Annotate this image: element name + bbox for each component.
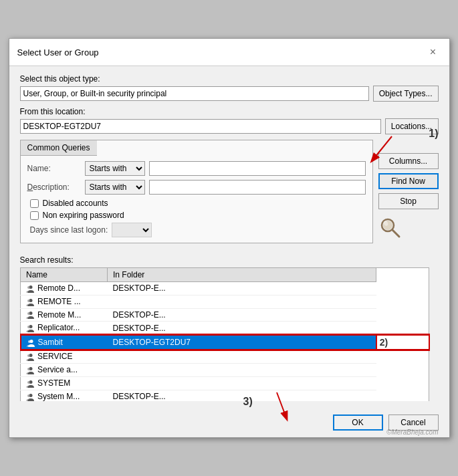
user-group-icon [26,379,35,388]
cell-name: Remote D... [21,282,108,295]
cell-folder [108,350,376,363]
days-since-dropdown[interactable] [112,223,152,237]
cell-name: Service a... [21,364,108,377]
user-group-icon [26,310,35,320]
name-query-input[interactable] [149,161,366,176]
cell-name: Replicator... [21,322,108,335]
svg-point-22 [27,394,30,397]
disabled-accounts-checkbox[interactable] [30,199,39,208]
non-expiring-row: Non expiring password [30,211,366,220]
table-row[interactable]: Remote D...DESKTOP-E... [21,282,429,295]
results-table: Name In Folder Remote D...DESKTOP-E... R… [20,267,429,401]
cell-name-text: Remote D... [37,283,80,293]
from-location-input[interactable] [20,119,381,134]
svg-line-3 [392,230,399,237]
description-query-row: Description: Starts with [27,180,366,195]
col-name-header[interactable]: Name [21,268,108,282]
svg-point-12 [27,326,30,328]
cell-name-text: SYSTEM [37,378,70,388]
col-folder-header[interactable]: In Folder [108,268,376,282]
cell-name-text: REMOTE ... [37,297,81,306]
cell-folder: DESKTOP-E... [108,322,376,335]
from-location-label: From this location: [20,107,439,116]
name-query-row: Name: Starts with [27,161,366,176]
table-row[interactable]: Remote M...DESKTOP-E... [21,308,429,322]
bottom-bar: 3) OK Cancel ©MeraBheja.com [9,409,449,437]
object-types-button[interactable]: Object Types... [373,86,439,102]
columns-button[interactable]: Columns... [378,153,439,169]
non-expiring-checkbox[interactable] [30,211,39,220]
cell-folder: DESKTOP-E... [108,308,376,322]
table-row[interactable]: Service a... [21,364,429,377]
disabled-accounts-row: Disabled accounts [30,199,366,208]
cell-name-text: Service a... [37,365,78,374]
cell-name: SYSTEM [21,376,108,390]
user-group-icon [26,392,35,401]
common-queries-section: Common Queries Name: Starts with Descrip… [20,140,373,243]
cell-folder: DESKTOP-EGT2DU7 [108,335,376,350]
object-type-row: Select this object type: Object Types... [20,74,439,102]
cell-name: Remote M... [21,308,108,322]
annotation-1: 1) [429,128,438,140]
description-query-input[interactable] [149,180,366,195]
cell-name: SERVICE [21,350,108,363]
cell-name: Sambit [21,335,108,350]
table-row[interactable]: SYSTEM [21,376,429,390]
svg-point-18 [27,368,30,370]
name-dropdown[interactable]: Starts with [85,161,145,176]
description-query-label: Description: [27,183,81,192]
object-type-input[interactable] [20,86,369,101]
table-row[interactable]: System M...DESKTOP-E... [21,390,429,401]
user-group-icon [26,324,35,333]
find-now-button[interactable]: Find Now [378,173,439,189]
cell-folder [108,364,376,377]
cell-name-text: Replicator... [37,323,80,332]
user-group-icon [27,338,36,348]
watermark: ©MeraBheja.com [386,429,438,436]
dialog-title: Select User or Group [17,47,99,57]
from-location-row: From this location: Locations... [20,107,439,134]
cell-name: REMOTE ... [21,295,108,308]
name-query-label: Name: [27,164,81,173]
title-bar: Select User or Group × [9,39,449,66]
cell-name-text: System M... [37,392,80,401]
description-dropdown[interactable]: Starts with [85,180,145,195]
days-since-row: Days since last logon: [30,223,366,237]
dialog-body: Select this object type: Object Types...… [9,66,449,409]
table-row[interactable]: Replicator...DESKTOP-E... [21,322,429,335]
table-row[interactable]: SambitDESKTOP-EGT2DU72) [21,335,429,350]
search-results-label: Search results: [20,255,439,265]
results-scroll[interactable]: Name In Folder Remote D...DESKTOP-E... R… [20,267,439,401]
common-queries-content: Name: Starts with Description: Starts wi… [21,156,372,243]
table-row[interactable]: REMOTE ... [21,295,429,308]
days-since-label: Days since last logon: [30,225,108,235]
user-group-icon [26,352,35,362]
annotation-3: 3) [243,396,253,408]
svg-point-10 [27,312,30,315]
user-group-icon [26,298,35,307]
annotation-2: 2) [376,335,429,350]
common-queries-tab[interactable]: Common Queries [21,140,97,156]
cell-folder: DESKTOP-E... [108,390,376,401]
user-group-icon [26,366,35,375]
cell-name: System M... [21,390,108,401]
svg-point-16 [27,354,30,357]
svg-point-8 [27,300,30,302]
results-container: Name In Folder Remote D...DESKTOP-E... R… [20,267,439,401]
search-icon [378,216,403,240]
close-button[interactable]: × [425,44,441,60]
disabled-accounts-label: Disabled accounts [43,199,108,208]
svg-point-14 [28,340,31,343]
cell-name-text: Remote M... [37,310,81,320]
svg-point-6 [27,286,30,289]
cell-folder: DESKTOP-E... [108,282,376,295]
stop-button[interactable]: Stop [378,193,439,209]
cell-folder [108,376,376,390]
cell-name-text: SERVICE [37,352,72,361]
select-user-dialog: Select User or Group × Select this objec… [9,38,450,438]
svg-point-20 [27,381,30,384]
non-expiring-label: Non expiring password [43,211,124,220]
ok-button[interactable]: OK [333,414,383,431]
table-row[interactable]: SERVICE [21,350,429,363]
cell-folder [108,295,376,308]
